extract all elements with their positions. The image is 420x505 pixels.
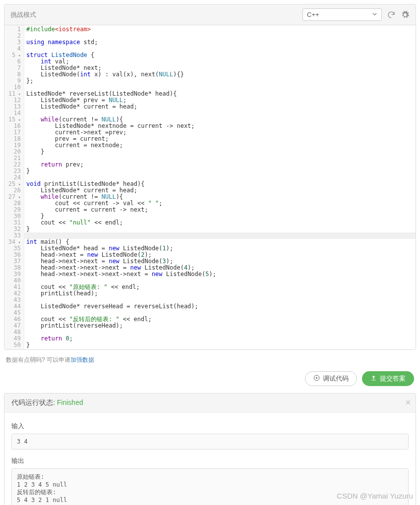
debug-button[interactable]: 调试代码 [305,371,357,386]
header-controls: C++ [302,8,410,21]
mode-label: 挑战模式 [10,10,36,19]
status-label: 代码运行状态: [11,398,57,406]
editor-header: 挑战模式 C++ [4,4,416,25]
result-header: 代码运行状态: Finished [4,393,416,413]
debug-label: 调试代码 [323,374,349,383]
status-value: Finished [57,398,83,406]
play-icon [313,375,320,383]
result-body: 输入 3 4 输出 原始链表: 1 2 3 4 5 null 反转后的链表: 5… [4,413,416,505]
editor-panel: 挑战模式 C++ 1234567891011121314151617181920… [4,4,416,350]
refresh-icon[interactable] [387,10,396,19]
output-box: 原始链表: 1 2 3 4 5 null 反转后的链表: 5 4 3 2 1 n… [11,468,409,505]
submit-label: 提交答案 [380,374,406,383]
result-panel: × 代码运行状态: Finished 输入 3 4 输出 原始链表: 1 2 3… [4,393,416,505]
chevron-down-icon [372,11,377,18]
close-icon[interactable]: × [405,397,411,408]
input-box: 3 4 [11,434,409,449]
gear-icon[interactable] [401,10,410,19]
language-value: C++ [307,11,319,18]
editor-footer: 数据有点弱吗? 可以申请加强数据 [0,354,420,368]
input-label: 输入 [11,420,409,431]
language-select[interactable]: C++ [302,8,382,21]
hint-prefix: 数据有点弱吗? 可以申请 [6,356,70,363]
upload-icon [370,375,377,383]
code-content[interactable]: #include<iostream> using namespace std; … [24,25,416,349]
action-row: 调试代码 提交答案 [0,368,420,391]
code-editor[interactable]: 1234567891011121314151617181920212223242… [4,25,416,349]
output-label: 输出 [11,454,409,465]
line-gutter: 1234567891011121314151617181920212223242… [4,25,24,349]
submit-button[interactable]: 提交答案 [362,371,414,386]
enhance-data-link[interactable]: 加强数据 [70,356,94,363]
